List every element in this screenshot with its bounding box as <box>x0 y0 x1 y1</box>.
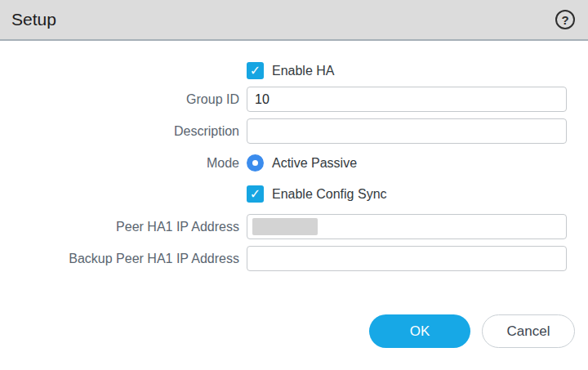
enable-config-sync-row: ✓ Enable Config Sync <box>0 185 588 203</box>
active-passive-radio[interactable] <box>247 154 264 172</box>
description-label: Description <box>0 124 247 139</box>
mode-row: Mode Active Passive <box>0 154 588 172</box>
cancel-button[interactable]: Cancel <box>482 314 575 348</box>
mode-label: Mode <box>0 156 247 171</box>
description-input[interactable] <box>247 118 567 144</box>
peer-ha1-ip-input[interactable] <box>247 214 567 239</box>
enable-config-sync-label: Enable Config Sync <box>272 187 387 202</box>
description-row: Description <box>0 118 588 144</box>
help-icon[interactable]: ? <box>555 10 575 29</box>
backup-peer-ha1-ip-input[interactable] <box>247 246 567 271</box>
group-id-input[interactable] <box>247 87 567 112</box>
dialog-buttons: OK Cancel <box>369 314 575 348</box>
active-passive-label: Active Passive <box>272 156 357 171</box>
setup-dialog: Setup ? ✓ Enable HA Group ID Description <box>0 0 588 370</box>
group-id-row: Group ID <box>0 87 588 112</box>
dialog-header: Setup ? <box>0 0 588 41</box>
backup-peer-ha1-ip-label: Backup Peer HA1 IP Address <box>0 252 247 266</box>
group-id-label: Group ID <box>0 92 247 107</box>
radio-dot <box>252 160 258 166</box>
peer-ha1-ip-label: Peer HA1 IP Address <box>0 220 247 234</box>
setup-form: ✓ Enable HA Group ID Description Mode <box>0 41 588 271</box>
peer-ha1-ip-row: Peer HA1 IP Address <box>0 214 588 239</box>
enable-ha-row: ✓ Enable HA <box>0 62 588 79</box>
dialog-title: Setup <box>11 10 56 29</box>
enable-ha-label: Enable HA <box>272 64 335 78</box>
backup-peer-ha1-ip-row: Backup Peer HA1 IP Address <box>0 246 588 271</box>
ok-button[interactable]: OK <box>369 314 470 348</box>
enable-config-sync-checkbox[interactable]: ✓ <box>247 185 264 203</box>
enable-ha-checkbox[interactable]: ✓ <box>247 62 264 79</box>
